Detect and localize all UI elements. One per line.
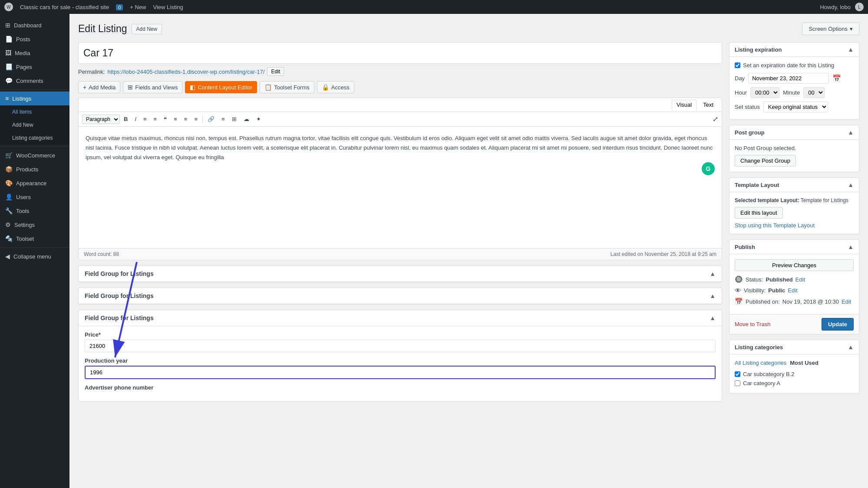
settings-icon: ⚙ [5,221,11,228]
sidebar-item-comments[interactable]: 💬 Comments [0,74,69,88]
visual-tab[interactable]: Visual [672,100,696,110]
post-group-body: No Post Group selected. Change Post Grou… [729,140,859,172]
category-checkbox-1[interactable] [735,371,740,377]
hour-select[interactable]: 00:00 [750,87,779,98]
sidebar-item-appearance[interactable]: 🎨 Appearance [0,176,69,190]
sidebar-item-add-new[interactable]: Add New [0,118,69,131]
status-label: Status: [746,276,763,283]
all-categories-tab[interactable]: All Listing categories [735,360,786,366]
permalink-url[interactable]: https://lobo-24405-classifieds-1.discove… [107,69,264,75]
sidebar-item-tools[interactable]: 🔧 Tools [0,204,69,218]
new-link[interactable]: + New [130,4,146,10]
visibility-edit-link[interactable]: Edit [788,287,797,294]
edit-page-layout: Permalink: https://lobo-24405-classified… [78,42,859,402]
calendar-icon[interactable]: 📅 [832,74,841,82]
format-btn-4[interactable]: ≡ [218,114,228,124]
add-media-button[interactable]: + Add Media [78,81,120,93]
visibility-value: Public [768,287,785,294]
content-layout-button[interactable]: ◧ Content Layout Editor [185,81,257,93]
sidebar-item-posts[interactable]: 📄 Posts [0,32,69,46]
sidebar-item-settings[interactable]: ⚙ Settings [0,218,69,232]
format-btn-5[interactable]: ⊞ [229,114,240,124]
fields-views-button[interactable]: ⊞ Fields and Views [123,81,182,93]
move-to-trash-link[interactable]: Move to Trash [735,321,770,328]
screen-options-chevron: ▾ [850,26,853,32]
sidebar-item-listing-categories[interactable]: Listing categories [0,131,69,144]
page-title-wrap: Edit Listing Add New [78,23,162,35]
production-year-input[interactable] [85,366,716,379]
listing-categories-title: Listing categories [735,344,783,350]
text-tab[interactable]: Text [698,100,718,110]
sidebar-item-media[interactable]: 🖼 Media [0,46,69,60]
greengeeks-icon[interactable]: G [702,162,715,175]
wp-logo[interactable]: W [4,3,13,11]
format-btn-6[interactable]: ☁ [241,114,252,124]
view-listing-link[interactable]: View Listing [153,4,183,10]
sidebar-item-pages[interactable]: 📃 Pages [0,60,69,74]
italic-button[interactable]: I [132,114,139,124]
sidebar-label-posts: Posts [16,36,30,43]
price-input[interactable] [85,340,716,352]
stop-template-link[interactable]: Stop using this Template Layout [735,222,815,229]
editor-container: Visual Text Paragraph B I ≡ ≡ ❝ ≡ ≡ [78,98,722,260]
listing-expiration-header[interactable]: Listing expiration ▲ [729,43,859,57]
post-title-input[interactable] [78,42,722,64]
template-layout-box: Template Layout ▲ Selected template Layo… [729,177,859,234]
most-used-tab[interactable]: Most Used [790,360,818,366]
day-input[interactable] [748,73,829,84]
edit-layout-button[interactable]: Edit this layout [735,207,783,219]
sidebar-item-woocommerce[interactable]: 🛒 WooCommerce [0,148,69,162]
sidebar-label-products: Products [16,166,38,173]
listing-categories-header[interactable]: Listing categories ▲ [729,340,859,354]
align-center-button[interactable]: ≡ [181,114,191,124]
permalink-edit-button[interactable]: Edit [267,67,284,76]
preview-changes-button[interactable]: Preview Changes [735,259,854,271]
change-group-button[interactable]: Change Post Group [735,155,796,167]
status-edit-link[interactable]: Edit [795,276,805,283]
template-layout-header[interactable]: Template Layout ▲ [729,178,859,192]
site-name[interactable]: Classic cars for sale - classified site [20,4,109,10]
sidebar-item-dashboard[interactable]: ⊞ Dashboard [0,18,69,32]
toolset-forms-button[interactable]: 📋 Toolset Forms [260,81,314,93]
access-icon: 🔒 [322,84,329,91]
publish-header[interactable]: Publish ▲ [729,240,859,254]
link-button[interactable]: 🔗 [205,114,218,124]
minute-select[interactable]: 00 [803,87,825,98]
format-btn-7[interactable]: ✦ [253,114,264,124]
expiration-checkbox[interactable] [735,62,740,68]
production-year-field: Production year [85,357,716,379]
align-left-button[interactable]: ≡ [171,114,180,124]
user-avatar[interactable]: L [855,3,864,11]
listing-categories-body: All Listing categories Most Used Car sub… [729,354,859,393]
align-right-button[interactable]: ≡ [191,114,201,124]
ordered-list-button[interactable]: ≡ [151,114,160,124]
publish-body: Preview Changes 🔘 Status: Published Edit… [729,254,859,314]
published-edit-link[interactable]: Edit [842,298,851,305]
add-new-button[interactable]: Add New [132,24,162,34]
published-label: Published on: [746,298,780,305]
unordered-list-button[interactable]: ≡ [140,114,150,124]
update-button[interactable]: Update [822,318,854,331]
field-group-3-header[interactable]: Field Group for Listings ▲ [79,310,722,326]
bold-button[interactable]: B [121,114,131,124]
sidebar-item-users[interactable]: 👤 Users [0,190,69,204]
blockquote-button[interactable]: ❝ [161,114,170,124]
set-status-select[interactable]: Keep original status [763,102,828,112]
paragraph-select[interactable]: Paragraph [82,115,120,124]
comments-link[interactable]: 0 [116,4,123,10]
fullscreen-button[interactable]: ⤢ [713,115,718,123]
word-count-bar: Word count: 88 Last edited on November 2… [79,248,722,260]
sidebar-item-listings[interactable]: ≡ Listings [0,92,69,105]
category-checkbox-2[interactable] [735,380,740,386]
sidebar-item-products[interactable]: 📦 Products [0,162,69,176]
sidebar-item-collapse[interactable]: ◀ Collapse menu [0,249,69,263]
access-button[interactable]: 🔒 Access [317,81,354,93]
post-group-header[interactable]: Post group ▲ [729,125,859,140]
template-layout-chevron: ▲ [848,181,854,188]
screen-options-button[interactable]: Screen Options ▾ [802,23,859,35]
sidebar-item-toolset[interactable]: 🔩 Toolset [0,232,69,246]
sidebar-item-all-items[interactable]: All items [0,105,69,118]
field-group-2-header[interactable]: Field Group for Listings ▲ [79,288,722,304]
editor-content[interactable]: Quisque vitae metus maximus, rhoncus nis… [79,127,722,248]
field-group-1-header[interactable]: Field Group for Listings ▲ [79,266,722,282]
